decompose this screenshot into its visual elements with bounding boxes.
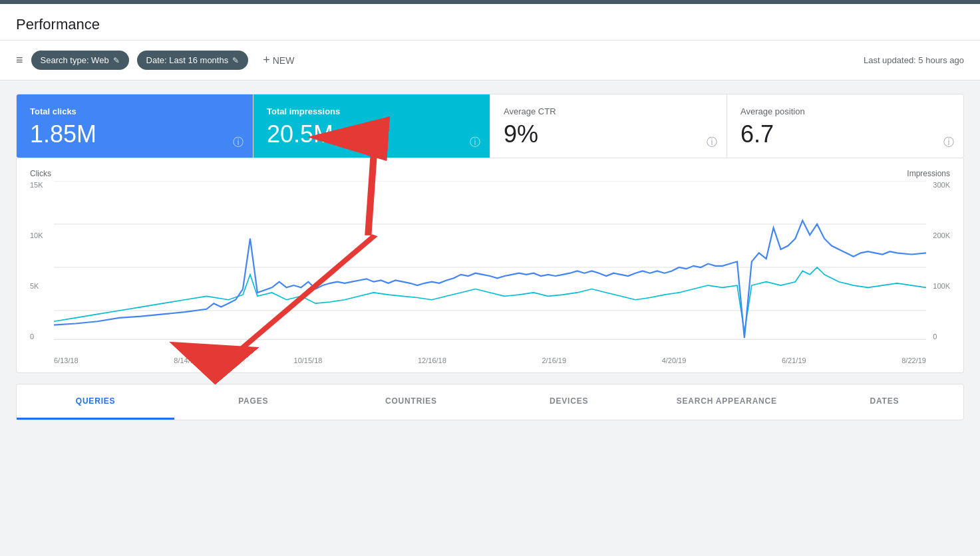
chart-area: 15K 10K 5K 0 300K 200K 100K 0	[30, 181, 950, 354]
tab-devices[interactable]: DEVICES	[490, 384, 648, 420]
search-type-button[interactable]: Search type: Web ✎	[31, 51, 129, 70]
metric-impressions-value: 20.5M	[267, 120, 476, 148]
metric-clicks-label: Total clicks	[30, 106, 240, 116]
y-left-2: 5K	[30, 282, 43, 290]
date-button[interactable]: Date: Last 16 months ✎	[137, 51, 249, 70]
chart-left-axis-label: Clicks	[30, 169, 51, 178]
metric-total-clicks[interactable]: Total clicks 1.85M ⓘ	[17, 94, 253, 158]
y-left-3: 0	[30, 333, 43, 341]
metric-ctr-label: Average CTR	[504, 106, 713, 116]
y-labels-right: 300K 200K 100K 0	[933, 181, 950, 354]
x-label-5: 4/20/19	[662, 356, 687, 364]
filter-icon[interactable]: ≡	[16, 53, 23, 67]
y-right-0: 300K	[933, 181, 950, 189]
x-label-4: 2/16/19	[542, 356, 566, 364]
y-labels-left: 15K 10K 5K 0	[30, 181, 43, 354]
x-label-3: 12/16/18	[418, 356, 446, 364]
main-content: Total clicks 1.85M ⓘ Total impressions 2…	[0, 80, 980, 434]
metric-clicks-value: 1.85M	[30, 120, 240, 148]
date-label: Date: Last 16 months	[146, 55, 229, 65]
metrics-row: Total clicks 1.85M ⓘ Total impressions 2…	[16, 94, 964, 158]
metric-avg-ctr[interactable]: Average CTR 9% ⓘ	[490, 94, 727, 158]
y-right-1: 200K	[933, 231, 950, 239]
clicks-help-icon[interactable]: ⓘ	[233, 136, 244, 150]
x-label-0: 6/13/18	[54, 356, 79, 364]
ctr-help-icon[interactable]: ⓘ	[707, 136, 717, 150]
metric-position-label: Average position	[740, 106, 950, 116]
x-label-7: 8/22/19	[901, 356, 926, 364]
x-label-6: 6/21/19	[782, 356, 806, 364]
tab-pages[interactable]: PAGES	[174, 384, 332, 420]
tab-queries[interactable]: QUERIES	[17, 384, 174, 420]
position-help-icon[interactable]: ⓘ	[943, 136, 954, 150]
metric-position-value: 6.7	[740, 120, 950, 148]
plus-icon: +	[263, 53, 270, 67]
tab-countries[interactable]: COUNTRIES	[332, 384, 490, 420]
impressions-help-icon[interactable]: ⓘ	[470, 136, 480, 150]
page-title: Performance	[16, 16, 964, 33]
tab-search-appearance[interactable]: SEARCH APPEARANCE	[648, 384, 806, 420]
x-label-1: 8/14/18	[174, 356, 198, 364]
performance-section: Total clicks 1.85M ⓘ Total impressions 2…	[16, 94, 964, 373]
toolbar: ≡ Search type: Web ✎ Date: Last 16 month…	[0, 41, 980, 80]
y-right-2: 100K	[933, 282, 950, 290]
y-right-3: 0	[933, 333, 950, 341]
page-header: Performance	[0, 4, 980, 41]
impressions-line	[54, 267, 926, 333]
search-type-edit-icon: ✎	[113, 56, 120, 65]
metric-ctr-value: 9%	[504, 120, 713, 148]
new-button[interactable]: + NEW	[256, 49, 301, 72]
date-edit-icon: ✎	[232, 56, 239, 65]
y-left-0: 15K	[30, 181, 43, 189]
tab-dates[interactable]: DATES	[806, 384, 963, 420]
metric-total-impressions[interactable]: Total impressions 20.5M ⓘ	[253, 94, 490, 158]
y-left-1: 10K	[30, 231, 43, 239]
new-label: NEW	[273, 55, 295, 66]
chart-svg	[30, 181, 950, 354]
x-label-2: 10/15/18	[294, 356, 323, 364]
clicks-line	[54, 221, 926, 339]
chart-right-axis-label: Impressions	[907, 169, 950, 178]
metric-impressions-label: Total impressions	[267, 106, 476, 116]
x-labels: 6/13/18 8/14/18 10/15/18 12/16/18 2/16/1…	[30, 356, 950, 364]
metric-avg-position[interactable]: Average position 6.7 ⓘ	[727, 94, 963, 158]
chart-container: Clicks Impressions 15K 10K 5K 0 300K 200…	[16, 158, 964, 373]
bottom-tabs: QUERIES PAGES COUNTRIES DEVICES SEARCH A…	[16, 384, 964, 420]
search-type-label: Search type: Web	[41, 55, 109, 65]
last-updated-text: Last updated: 5 hours ago	[864, 55, 964, 65]
